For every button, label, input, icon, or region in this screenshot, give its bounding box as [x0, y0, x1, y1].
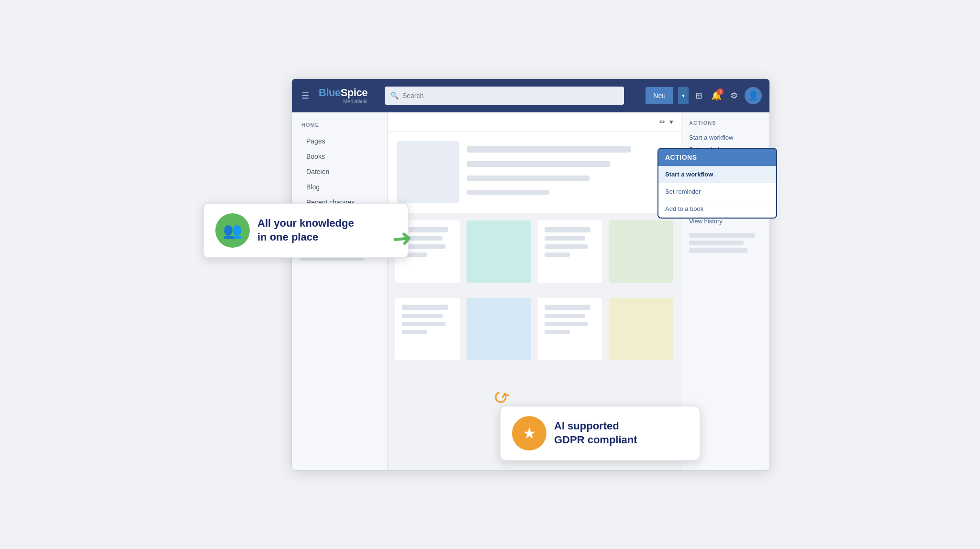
placeholder-bar [545, 305, 590, 310]
search-bar: 🔍 [385, 87, 624, 105]
placeholder-bar [402, 305, 448, 310]
placeholder-bar [402, 314, 443, 318]
placeholder-bar [402, 227, 448, 232]
workflow-highlight-item-1[interactable]: Start a workflow [658, 166, 776, 183]
edit-bar: ✏ ▾ [388, 112, 681, 132]
content-grid-row1 [388, 213, 681, 290]
placeholder-bar [689, 241, 744, 245]
star-filled-icon: ★ [523, 424, 536, 442]
placeholder-bar [402, 330, 427, 334]
apps-icon: ⊞ [695, 91, 702, 100]
page-hero [388, 132, 681, 213]
sidebar-item-dateien[interactable]: Dateien [292, 164, 387, 179]
action-start-workflow[interactable]: Start a workflow [689, 132, 762, 143]
workflow-highlight-header: ACTIONS [658, 149, 776, 166]
scene: ☰ BlueSpice MediaWiki 🔍 Neu ▾ ⊞ 🔔 [203, 78, 777, 471]
placeholder-bar [689, 233, 755, 238]
sidebar-item-books[interactable]: Books [292, 149, 387, 164]
apps-button[interactable]: ⊞ [693, 88, 704, 103]
settings-button[interactable]: ⚙ [728, 88, 740, 103]
sidebar: HOME Pages Books Dateien Blog Recent cha… [292, 112, 388, 470]
callout-gdpr: ★ AI supported GDPR compliant [500, 406, 701, 461]
workflow-highlight: ACTIONS Start a workflow Set reminder Ad… [657, 148, 777, 219]
notifications-button[interactable]: 🔔 1 [709, 88, 724, 103]
placeholder-bar [545, 244, 588, 249]
expand-icon[interactable]: ▾ [669, 118, 673, 126]
grid-card-teal [467, 220, 531, 283]
workflow-highlight-item-2[interactable]: Set reminder [658, 183, 776, 200]
neu-button[interactable]: Neu [646, 87, 673, 104]
navbar: ☰ BlueSpice MediaWiki 🔍 Neu ▾ ⊞ 🔔 [292, 79, 769, 112]
edit-icon[interactable]: ✏ [659, 118, 666, 126]
search-input[interactable] [402, 92, 618, 99]
details-placeholders [689, 233, 762, 253]
logo-blue-part: BlueSpice [319, 87, 368, 99]
hero-image-placeholder [397, 141, 459, 203]
user-avatar[interactable]: 👤 [745, 87, 762, 104]
grid-card-3 [538, 220, 602, 283]
logo-text: BlueSpice [319, 87, 368, 99]
placeholder-bar [545, 236, 585, 241]
actions-title: ACTIONS [689, 120, 762, 126]
placeholder-bar [545, 330, 570, 334]
grid-card-yellow [609, 298, 673, 360]
hamburger-button[interactable]: ☰ [300, 88, 311, 103]
placeholder-bar [545, 227, 590, 232]
placeholder-bar [545, 322, 588, 326]
logo-sub: MediaWiki [319, 99, 368, 104]
grid-card-green [609, 220, 673, 283]
placeholder-bar [467, 190, 549, 195]
gdpr-text: AI supported GDPR compliant [554, 419, 637, 447]
gear-icon: ⚙ [730, 91, 738, 100]
notification-badge: 1 [717, 88, 724, 95]
callout-knowledge: 👥 All your knowledge in one place [203, 203, 409, 258]
search-icon: 🔍 [390, 92, 399, 99]
grid-card-blue [467, 298, 531, 360]
placeholder-bar [467, 161, 610, 167]
content-grid-row2 [388, 290, 681, 368]
sidebar-item-pages[interactable]: Pages [292, 133, 387, 149]
placeholder-bar [467, 146, 631, 153]
grid-card-7 [538, 298, 602, 360]
hamburger-icon: ☰ [301, 91, 309, 100]
logo-area: BlueSpice MediaWiki [319, 87, 368, 104]
placeholder-bar [545, 253, 570, 257]
placeholder-bar [689, 248, 747, 253]
gdpr-icon: ★ [512, 416, 546, 450]
sidebar-section-title: HOME [292, 122, 387, 133]
grid-card-5 [395, 298, 460, 360]
people-icon: 👥 [223, 221, 242, 240]
hero-right [467, 141, 671, 203]
placeholder-bar [402, 322, 445, 326]
navbar-right: Neu ▾ ⊞ 🔔 1 ⚙ 👤 [646, 87, 762, 104]
knowledge-text: All your knowledge in one place [257, 217, 354, 244]
sidebar-item-blog[interactable]: Blog [292, 179, 387, 195]
placeholder-bar [545, 314, 585, 318]
knowledge-icon: 👥 [215, 213, 250, 248]
neu-dropdown-button[interactable]: ▾ [678, 87, 689, 104]
user-avatar-icon: 👤 [748, 90, 758, 101]
workflow-highlight-item-3[interactable]: Add to a book [658, 200, 776, 218]
placeholder-bar [467, 176, 590, 181]
